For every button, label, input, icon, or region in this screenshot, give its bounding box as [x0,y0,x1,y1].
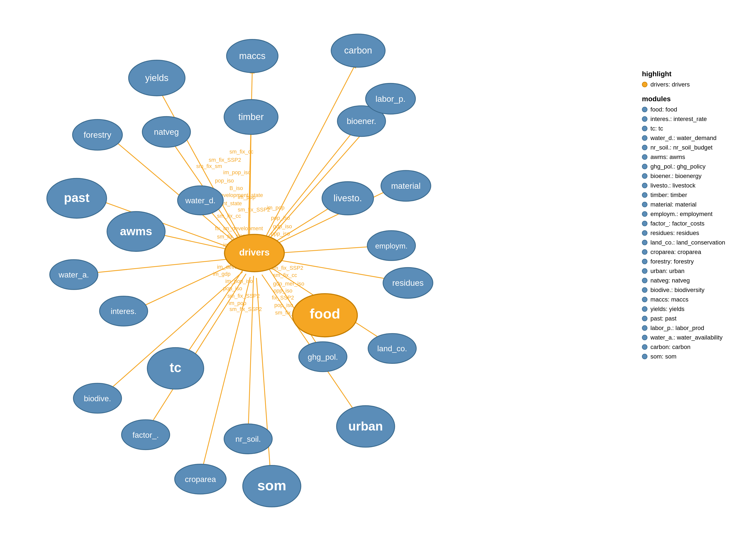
svg-text:awms: awms [120,225,152,238]
svg-text:nr_soil.: nr_soil. [235,434,261,444]
svg-text:drivers: drivers [239,247,270,258]
legend-module-label: water_a.: water_availability [650,334,722,341]
legend-module-label: water_d.: water_demand [650,134,717,141]
legend-module-dot [642,116,647,122]
svg-text:natveg: natveg [154,127,179,136]
legend-module-item: past: past [642,315,737,322]
svg-text:labor_p.: labor_p. [376,94,406,104]
legend-module-item: awms: awms [642,154,737,160]
legend-module-label: bioener.: bioenergy [650,172,701,180]
svg-text:material: material [391,181,420,190]
legend-module-dot [642,325,647,331]
legend-module-dot [642,126,647,131]
legend-module-item: labor_p.: labor_prod [642,324,737,331]
legend-module-label: employm.: employment [650,211,713,217]
legend-module-label: timber: timber [650,191,687,198]
svg-text:sm_fix_SSP2: sm_fix_SSP2 [238,207,270,213]
svg-text:gdp_iso: gdp_iso [273,223,292,230]
legend-module-label: nr_soil.: nr_soil_budget [650,144,713,151]
legend-module-label: croparea: croparea [650,248,701,256]
legend-module-item: carbon: carbon [642,344,737,350]
legend-module-item: nr_soil.: nr_soil_budget [642,144,737,151]
svg-text:im_gdp: im_gdp [213,271,231,277]
svg-line-21 [248,276,254,432]
legend-module-dot [642,354,647,359]
svg-text:forestry: forestry [83,130,111,139]
legend-module-label: livesto.: livestock [650,182,695,189]
svg-text:im_pop: im_pop [229,300,247,306]
legend-module-label: labor_p.: labor_prod [650,324,704,331]
svg-text:im_pop_iso: im_pop_iso [223,169,251,176]
legend-module-item: ghg_pol.: ghg_policy [642,163,737,170]
svg-text:im_pop_iso: im_pop_iso [225,278,253,284]
legend-module-dot [642,316,647,321]
legend-module-item: material: material [642,201,737,208]
svg-text:ghg_pol.: ghg_pol. [308,352,338,362]
legend-module-item: som: som [642,353,737,360]
legend-module-item: water_a.: water_availability [642,334,737,341]
legend-modules-title: modules [642,95,737,103]
legend-module-dot [642,230,647,236]
legend-module-item: livesto.: livestock [642,182,737,189]
svg-text:pop_iso: pop_iso [215,178,234,184]
legend-module-dot [642,202,647,207]
legend-module-label: yields: yields [650,305,685,313]
legend-module-dot [642,259,647,264]
svg-text:factor_.: factor_. [133,430,159,439]
svg-text:water_d.: water_d. [185,196,216,205]
svg-text:yields: yields [145,73,169,83]
legend-module-item: tc: tc [642,125,737,132]
legend-module-item: land_co.: land_conservation [642,239,737,246]
svg-text:water_a.: water_a. [58,270,89,279]
svg-text:opp_iso: opp_iso [274,288,292,294]
svg-text:ppp_iso: ppp_iso [271,231,290,237]
legend-module-label: urban: urban [650,267,685,274]
legend-module-dot [642,183,647,188]
legend-module-item: timber: timber [642,191,737,198]
legend-modules-list: food: foodinteres.: interest_ratetc: tcw… [642,106,737,360]
legend-module-label: residues: residues [650,230,699,237]
legend-drivers-item: drivers: drivers [642,81,737,88]
legend-module-label: food: food [650,106,677,113]
svg-text:sm_fix_SSP2: sm_fix_SSP2 [209,157,241,163]
svg-text:past: past [64,191,89,205]
legend-module-item: urban: urban [642,267,737,274]
legend-module-label: material: material [650,201,696,208]
legend-module-dot [642,268,647,274]
legend-module-dot [642,287,647,293]
svg-text:im_pop: im_pop [267,205,285,211]
legend-module-item: food: food [642,106,737,113]
legend-module-item: maccs: maccs [642,296,737,303]
legend-module-label: natveg: natveg [650,277,690,284]
svg-text:fix_SSP2: fix_SSP2 [272,294,294,301]
svg-text:pop_iso: pop_iso [223,285,242,292]
svg-text:som: som [257,478,286,493]
svg-text:land_co.: land_co. [377,344,407,353]
legend-module-dot [642,135,647,141]
svg-text:residues: residues [392,278,423,288]
svg-text:food: food [310,306,340,321]
legend-module-item: yields: yields [642,305,737,313]
legend-modules-section: modules [642,95,737,103]
svg-text:sm_fix_cc: sm_fix_cc [229,149,253,155]
legend-module-dot [642,306,647,312]
legend-module-item: residues: residues [642,230,737,237]
svg-text:urban: urban [348,419,383,433]
legend-drivers-dot [642,82,647,87]
svg-text:carbon: carbon [344,45,372,55]
svg-text:tc: tc [170,360,181,375]
legend-module-dot [642,335,647,340]
legend-module-dot [642,164,647,169]
legend-module-dot [642,344,647,350]
svg-text:timber: timber [238,112,264,122]
legend-module-label: tc: tc [650,125,663,132]
svg-text:sm_fix_cc: sm_fix_cc [273,272,297,278]
legend-module-item: factor_: factor_costs [642,220,737,227]
legend-module-label: maccs: maccs [650,296,689,303]
legend-module-label: forestry: forestry [650,258,694,265]
legend-module-dot [642,221,647,226]
legend-drivers-label: drivers: drivers [650,81,690,88]
legend-module-label: awms: awms [650,154,685,160]
svg-text:B_iso: B_iso [229,185,243,191]
legend-module-item: forestry: forestry [642,258,737,265]
